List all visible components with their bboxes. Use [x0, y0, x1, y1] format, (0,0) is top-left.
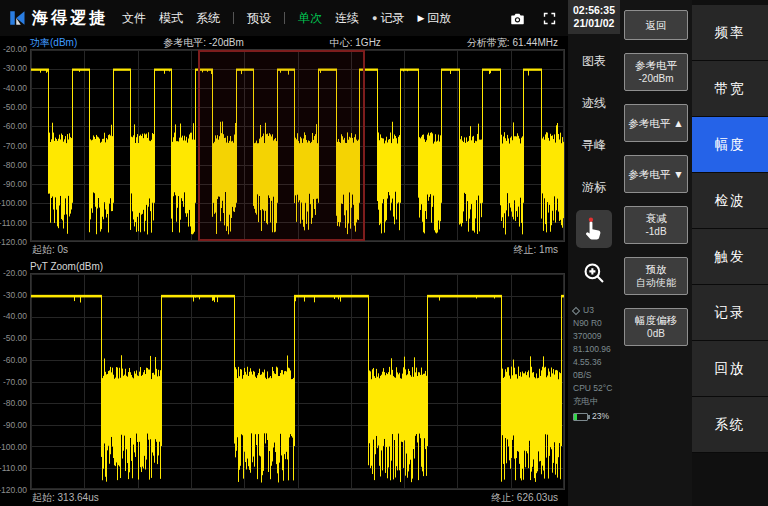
menu-item-system[interactable]: 系统: [196, 10, 220, 27]
device-icon: [572, 306, 580, 314]
y-tick-label: -120.00: [0, 486, 27, 495]
menu-button-replay[interactable]: 回放: [692, 341, 768, 397]
menu-button-bandwidth[interactable]: 带宽: [692, 61, 768, 117]
battery-fill: [574, 414, 577, 420]
y-tick-label: -40.00: [3, 83, 27, 92]
param-line2: 0dB: [625, 327, 687, 340]
pvt-chart-footer: 起始: 313.64us 终止: 626.03us: [0, 490, 568, 506]
pvt-zoom-chart: PvT Zoom(dBm) -20.00-30.00-40.00-50.00-6…: [0, 258, 568, 506]
menu-item-replay[interactable]: ▶回放: [417, 10, 451, 27]
param-button-ref-level[interactable]: 参考电平-20dBm: [624, 53, 688, 91]
menu-button-trigger[interactable]: 触发: [692, 229, 768, 285]
chart-title: 功率(dBm): [30, 36, 77, 50]
pvt-plot-row: -20.00-30.00-40.00-50.00-60.00-70.00-80.…: [0, 273, 568, 490]
menu-item-label: 模式: [159, 10, 183, 27]
y-tick-label: -90.00: [3, 421, 27, 430]
clock-time: 02:56:35: [569, 4, 619, 17]
param-line2: -20dBm: [625, 72, 687, 85]
menu-button-frequency[interactable]: 频率: [692, 5, 768, 61]
power-chart-header: 功率(dBm)参考电平: -20dBm中心: 1GHz分析带宽: 61.44MH…: [0, 36, 568, 49]
y-tick-label: -60.00: [3, 356, 27, 365]
back-button[interactable]: 返回: [624, 10, 688, 40]
battery-icon: [573, 413, 588, 421]
param-line1: 幅度偏移: [625, 314, 687, 327]
param-line1: 参考电平 ▼: [625, 168, 687, 181]
status-line: 370009: [573, 330, 620, 343]
y-tick-label: -20.00: [3, 45, 27, 54]
status-panel: U3 N90 R037000981.100.964.55.360B/SCPU 5…: [568, 304, 620, 423]
menu-item-record[interactable]: ●记录: [372, 10, 404, 27]
menu-button-system[interactable]: 系统: [692, 397, 768, 453]
y-tick-label: -100.00: [0, 442, 27, 451]
y-tick-label: -40.00: [3, 312, 27, 321]
param-line1: 预放: [625, 263, 687, 276]
device-status: U3: [573, 304, 620, 317]
menu-item-mode[interactable]: 模式: [159, 10, 183, 27]
param-line1: 衰减: [625, 212, 687, 225]
y-tick-label: -90.00: [3, 180, 27, 189]
brand-name: 海得逻捷: [32, 8, 108, 29]
fullscreen-icon[interactable]: [538, 9, 560, 27]
camera-icon[interactable]: [506, 9, 528, 27]
status-line: CPU 52°C: [573, 382, 620, 395]
touch-tool-button[interactable]: [576, 210, 612, 248]
menu-button-record[interactable]: 记录: [692, 285, 768, 341]
param-line1: 参考电平 ▲: [625, 117, 687, 130]
menu-item-label: 连续: [335, 10, 359, 27]
play-icon: ▶: [417, 13, 424, 23]
y-tick-label: -30.00: [3, 290, 27, 299]
zoom-tool-button[interactable]: [568, 254, 620, 292]
param-button-preamp[interactable]: 预放自动使能: [624, 257, 688, 295]
topbar: 海得逻捷 文件模式系统预设单次连续●记录▶回放: [0, 0, 568, 36]
menu-item-file[interactable]: 文件: [122, 10, 146, 27]
zoom-region[interactable]: [198, 50, 365, 241]
power-plot-area[interactable]: [30, 49, 565, 242]
power-y-axis-labels: -20.00-30.00-40.00-50.00-60.00-70.00-80.…: [0, 49, 30, 242]
y-tick-label: -30.00: [3, 64, 27, 73]
menu-item-label: 记录: [380, 10, 404, 27]
y-tick-label: -100.00: [0, 199, 27, 208]
chart-header-field: 参考电平: -20dBm: [163, 36, 244, 50]
param-line2: -1dB: [625, 225, 687, 238]
status-line: 4.55.36: [573, 356, 620, 369]
tool-item-peak-search[interactable]: 寻峰: [568, 124, 620, 166]
y-tick-label: -120.00: [0, 238, 27, 247]
menubar: 文件模式系统预设单次连续●记录▶回放: [122, 10, 498, 27]
status-line: 0B/S: [573, 369, 620, 382]
tool-item-trace[interactable]: 迹线: [568, 82, 620, 124]
param-button-amp-offset[interactable]: 幅度偏移0dB: [624, 308, 688, 346]
chart-header-field: 分析带宽: 61.44MHz: [467, 36, 558, 50]
brand-logo-icon: [8, 9, 26, 27]
battery-percent: 23%: [592, 410, 609, 423]
menu-item-label: 回放: [427, 10, 451, 27]
status-line: N90 R0: [573, 317, 620, 330]
y-tick-label: -50.00: [3, 103, 27, 112]
tool-column: 02:56:35 21/01/02 图表迹线寻峰游标 U3: [568, 0, 620, 506]
pvt-x-start-label: 起始: 313.64us: [32, 491, 99, 505]
tool-item-chart-view[interactable]: 图表: [568, 40, 620, 82]
pvt-trace-canvas: [31, 274, 564, 489]
y-tick-label: -110.00: [0, 464, 27, 473]
status-line: 充电中: [573, 395, 620, 408]
clock: 02:56:35 21/01/02: [568, 0, 620, 34]
tool-items: 图表迹线寻峰游标: [568, 40, 620, 208]
pvt-chart-header: PvT Zoom(dBm): [0, 258, 568, 273]
menu-item-continuous[interactable]: 连续: [335, 10, 359, 27]
param-button-ref-level-up[interactable]: 参考电平 ▲: [624, 104, 688, 142]
param-line1: 参考电平: [625, 59, 687, 72]
status-lines: N90 R037000981.100.964.55.360B/SCPU 52°C…: [573, 317, 620, 408]
status-line: 81.100.96: [573, 343, 620, 356]
menu-button-amplitude[interactable]: 幅度: [692, 117, 768, 173]
menu-item-preset[interactable]: 预设: [247, 10, 271, 27]
menu-button-detector[interactable]: 检波: [692, 173, 768, 229]
param-button-attenuation[interactable]: 衰减-1dB: [624, 206, 688, 244]
y-tick-label: -20.00: [3, 269, 27, 278]
param-button-ref-level-down[interactable]: 参考电平 ▼: [624, 155, 688, 193]
battery-indicator: 23%: [573, 410, 620, 423]
power-chart-footer: 起始: 0s 终止: 1ms: [0, 242, 568, 258]
tool-item-marker[interactable]: 游标: [568, 166, 620, 208]
main-section: 海得逻捷 文件模式系统预设单次连续●记录▶回放 功率(dBm)参考电平: -20…: [0, 0, 568, 506]
menu-item-single[interactable]: 单次: [298, 10, 322, 27]
signal-analyzer-app: 海得逻捷 文件模式系统预设单次连续●记录▶回放 功率(dBm)参考电平: -20…: [0, 0, 768, 506]
pvt-plot-area[interactable]: [30, 273, 565, 490]
